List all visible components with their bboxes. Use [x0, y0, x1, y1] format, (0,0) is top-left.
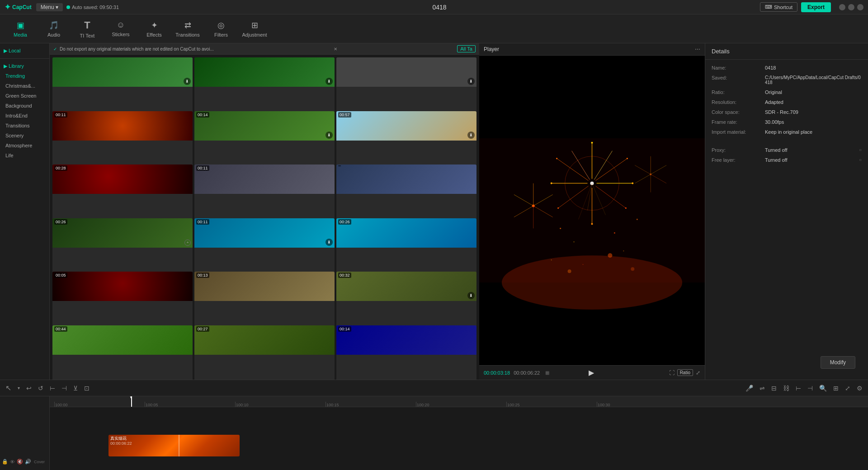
timeline-right-tools: 🎤 ⇌ ⊟ ⛓ ⊢ ⊣ 🔍 ⊞ ⤢ ⚙	[744, 384, 864, 393]
sidebar-item-greenscreen[interactable]: Green Screen	[4, 91, 46, 101]
track-hide-icon[interactable]: 👁	[10, 459, 15, 465]
grid-icon: ▦	[545, 370, 549, 375]
align-right-icon[interactable]: ⊣	[806, 384, 815, 393]
toolbar: ▣ Media 🎵 Audio T TI Text ☺ Stickers ✦ E…	[0, 14, 868, 43]
detail-spacer	[712, 139, 862, 143]
tool-adjustment[interactable]: ⊞ Adjustment	[239, 16, 270, 42]
trim-tool[interactable]: ⊣	[60, 384, 69, 393]
duration-badge	[338, 165, 341, 166]
download-icon[interactable]: ⬇	[326, 78, 333, 85]
sidebar-item-background[interactable]: Background	[4, 101, 46, 111]
tool-audio[interactable]: 🎵 Audio	[38, 16, 70, 42]
all-tag-button[interactable]: All Ta	[457, 45, 476, 52]
maximize-button[interactable]: □	[848, 4, 854, 10]
duration-badge: 00:13	[196, 273, 209, 278]
download-icon[interactable]: ⬇	[184, 78, 191, 85]
autosave-dot	[66, 5, 70, 9]
zoom-in-icon[interactable]: ⊞	[831, 384, 840, 393]
list-item[interactable]: 00:14	[336, 325, 476, 380]
player-controls: 00:00:03:18 00:00:06:22 ▦ ▶ ⛶ Ratio ⤢	[479, 365, 705, 380]
download-icon[interactable]: ⬇	[326, 239, 333, 246]
ruler-tick	[235, 402, 236, 407]
library-source[interactable]: ▶ Library	[4, 61, 46, 71]
shortcut-button[interactable]: ⌨ Shortcut	[760, 2, 797, 12]
tool-media[interactable]: ▣ Media	[5, 16, 36, 42]
delete-tool[interactable]: ⊻	[71, 384, 80, 393]
sidebar-item-introend[interactable]: Intro&End	[4, 111, 46, 121]
video-track[interactable]: 真实烟花 00:00:06:22	[108, 435, 240, 456]
playhead[interactable]	[131, 396, 132, 407]
duration-badge: 00:26	[54, 219, 67, 225]
download-icon[interactable]: ⬇	[467, 132, 475, 139]
freelayer-toggle-icon[interactable]: ○	[859, 157, 862, 162]
chain-icon[interactable]: ⛓	[781, 384, 791, 393]
tool-text-label: TI Text	[80, 33, 95, 38]
fullscreen-icon[interactable]: ⛶	[669, 370, 675, 376]
menu-button[interactable]: Menu ▾	[36, 3, 63, 11]
tool-transitions[interactable]: ⇄ Transitions	[172, 16, 203, 42]
track-mute-icon[interactable]: 🔇	[17, 459, 23, 465]
svg-point-15	[625, 207, 627, 209]
sidebar-item-life[interactable]: Life	[4, 150, 46, 160]
detail-value-freelayer: Turned off	[765, 157, 855, 163]
sidebar-item-trending[interactable]: Trending	[4, 71, 46, 81]
duration-badge: 00:11	[196, 165, 209, 171]
ruler-mark: 100:00	[54, 402, 68, 407]
clip-tool[interactable]: ⊡	[82, 384, 91, 393]
select-tool[interactable]: ↖	[4, 383, 13, 393]
list-item[interactable]: 00:44	[52, 325, 193, 380]
sidebar-item-scenery[interactable]: Scenery	[4, 131, 46, 141]
details-footer: Modify	[705, 352, 868, 380]
download-icon[interactable]: ⬇	[326, 132, 333, 139]
list-item[interactable]: 00:27	[194, 325, 335, 380]
track-volume-icon[interactable]: 🔊	[25, 459, 31, 465]
align-left-icon[interactable]: ⊢	[794, 384, 803, 393]
settings-icon[interactable]: ⚙	[855, 384, 864, 393]
sidebar-item-transitions[interactable]: Transitions	[4, 121, 46, 131]
multitrack-icon[interactable]: ⊟	[769, 384, 778, 393]
download-icon[interactable]: ⬇	[467, 78, 475, 85]
detail-label-freelayer: Free layer:	[712, 157, 761, 163]
ratio-button[interactable]: Ratio	[677, 369, 693, 376]
add-icon[interactable]: +	[184, 240, 191, 246]
expand-icon[interactable]: ⤢	[696, 370, 700, 376]
fullscreen-timeline-icon[interactable]: ⤢	[843, 384, 852, 393]
player-menu-icon[interactable]: ⋯	[695, 46, 700, 52]
close-button[interactable]: ✕	[857, 4, 863, 10]
split-tool[interactable]: ⊢	[48, 384, 57, 393]
tool-effects[interactable]: ✦ Effects	[138, 16, 170, 42]
export-button[interactable]: Export	[801, 2, 831, 12]
play-button[interactable]: ▶	[589, 368, 594, 377]
download-icon[interactable]: ⬇	[467, 292, 475, 299]
track-lock-icon[interactable]: 🔒	[2, 459, 8, 465]
zoom-out-icon[interactable]: 🔍	[817, 384, 829, 393]
link-split-icon[interactable]: ⇌	[758, 384, 767, 393]
svg-point-18	[551, 183, 552, 184]
timeline-tracks: 真实烟花 00:00:06:22	[50, 407, 868, 470]
tool-filters[interactable]: ◎ Filters	[205, 16, 237, 42]
adjustment-icon: ⊞	[251, 20, 258, 30]
sidebar-item-atmosphere[interactable]: Atmosphere	[4, 141, 46, 150]
tool-stickers[interactable]: ☺ Stickers	[105, 16, 137, 42]
mic-icon[interactable]: 🎤	[744, 384, 755, 393]
topbar-right: ⌨ Shortcut Export — □ ✕	[760, 2, 863, 12]
proxy-toggle-icon[interactable]: ○	[859, 147, 862, 152]
playback-time-current: 00:00:03:18	[484, 370, 510, 376]
ruler-mark: 100:30	[597, 402, 610, 407]
modify-button[interactable]: Modify	[821, 356, 855, 369]
detail-value-saved: C:/Users/MyPC/AppData/Local/CapCut Draft…	[765, 75, 862, 85]
fireworks-display	[479, 56, 705, 365]
detail-row-name: Name: 0418	[712, 65, 862, 70]
undo-button[interactable]: ↩	[24, 384, 33, 393]
tool-text[interactable]: T TI Text	[71, 16, 103, 42]
svg-point-12	[591, 142, 593, 144]
svg-point-14	[632, 183, 633, 184]
minimize-button[interactable]: —	[839, 4, 845, 10]
redo-button[interactable]: ↺	[36, 384, 45, 393]
timeline-ruler: 100:00 100:05 100:10 100:15 100:20	[50, 396, 868, 407]
notice-close-button[interactable]: ✕	[334, 47, 337, 52]
sidebar-item-christmas[interactable]: Christmas&...	[4, 81, 46, 91]
select-dropdown-icon[interactable]: ▾	[16, 385, 22, 391]
tool-stickers-label: Stickers	[112, 32, 129, 37]
local-source[interactable]: ▶ Local	[4, 46, 46, 56]
